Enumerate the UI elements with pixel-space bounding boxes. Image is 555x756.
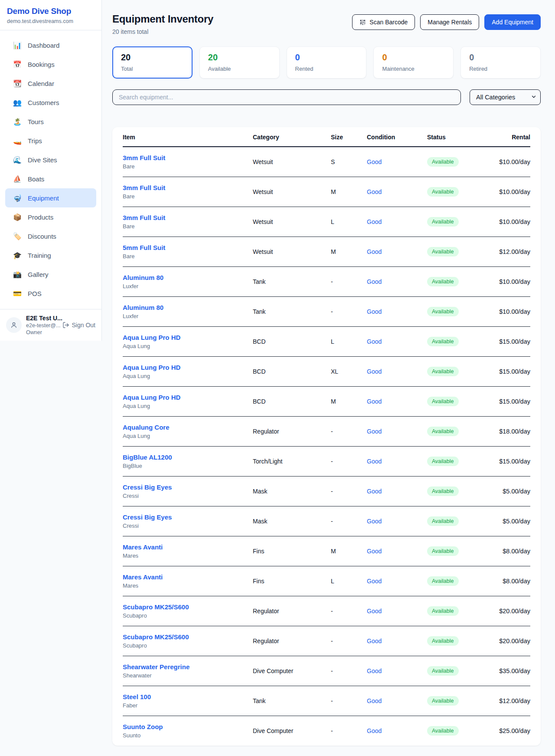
item-condition-link[interactable]: Good [367,158,382,165]
item-name-link[interactable]: Aluminum 80 [123,304,253,311]
stat-card-rented[interactable]: 0 Rented [287,46,367,79]
item-condition-link[interactable]: Good [367,667,382,674]
item-category: Wetsuit [253,188,331,195]
search-input[interactable] [112,89,461,105]
category-select[interactable]: All Categories [470,89,541,105]
item-rental-price: $12.00/day [492,248,530,255]
item-condition-link[interactable]: Good [367,248,382,255]
item-name-link[interactable]: 3mm Full Suit [123,184,253,191]
stat-label: Available [208,66,271,72]
item-condition-link[interactable]: Good [367,638,382,644]
table-row: BigBlue AL1200 BigBlue Torch/Light - Goo… [123,447,530,477]
status-badge: Available [427,277,459,286]
stat-card-total[interactable]: 20 Total [112,46,193,79]
add-equipment-button[interactable]: Add Equipment [484,14,541,30]
sidebar-item-trips[interactable]: 🚤 Trips [5,131,96,150]
item-condition-link[interactable]: Good [367,608,382,615]
col-header-size: Size [331,134,367,141]
item-name-link[interactable]: Aqua Lung Pro HD [123,394,253,401]
table-row: 3mm Full Suit Bare Wetsuit S Good Availa… [123,147,530,177]
logout-icon [62,322,69,329]
status-badge: Available [427,636,459,646]
item-name-link[interactable]: Aqualung Core [123,424,253,431]
sidebar-item-bookings[interactable]: 📅 Bookings [5,55,96,74]
item-condition-link[interactable]: Good [367,338,382,345]
sidebar-item-dashboard[interactable]: 📊 Dashboard [5,36,96,55]
sidebar-item-calendar[interactable]: 📆 Calendar [5,74,96,93]
item-condition-link[interactable]: Good [367,697,382,704]
dive-sites-wave-icon: 🌊 [13,156,22,164]
status-badge: Available [427,666,459,676]
item-condition-link[interactable]: Good [367,548,382,555]
sidebar-user-section: E2E Test U... e2e-tester@... Owner Sign … [0,309,101,341]
status-badge: Available [427,157,459,167]
sidebar: Demo Dive Shop demo.test.divestreams.com… [0,0,102,341]
sidebar-item-customers[interactable]: 👥 Customers [5,93,96,112]
item-condition-link[interactable]: Good [367,368,382,375]
sidebar-item-dive-sites[interactable]: 🌊 Dive Sites [5,150,96,169]
item-name-link[interactable]: Scubapro MK25/S600 [123,633,253,641]
item-name-link[interactable]: 3mm Full Suit [123,154,253,161]
shop-name: Demo Dive Shop [7,7,95,16]
col-header-condition: Condition [367,134,427,141]
sidebar-item-tours[interactable]: 🏝️ Tours [5,112,96,131]
sidebar-item-equipment[interactable]: 🤿 Equipment [5,188,96,207]
item-name-link[interactable]: BigBlue AL1200 [123,454,253,461]
table-row: 5mm Full Suit Bare Wetsuit M Good Availa… [123,237,530,267]
sidebar-item-boats[interactable]: ⛵ Boats [5,169,96,188]
item-condition-link[interactable]: Good [367,488,382,495]
item-brand: Bare [123,223,253,230]
item-name-link[interactable]: Cressi Big Eyes [123,513,253,521]
sidebar-item-pos[interactable]: 💳 POS [5,284,96,303]
item-size: - [331,608,367,615]
item-name-link[interactable]: Mares Avanti [123,543,253,551]
item-name-link[interactable]: Cressi Big Eyes [123,483,253,491]
add-equipment-label: Add Equipment [492,19,533,26]
item-category: Wetsuit [253,158,331,165]
stat-card-maintenance[interactable]: 0 Maintenance [373,46,454,79]
sidebar-item-label: Training [28,252,51,259]
item-category: BCD [253,338,331,345]
item-name-link[interactable]: 5mm Full Suit [123,244,253,251]
item-name-link[interactable]: Aqua Lung Pro HD [123,364,253,371]
item-category: Fins [253,578,331,585]
stat-card-retired[interactable]: 0 Retired [460,46,541,79]
item-name-link[interactable]: Aqua Lung Pro HD [123,334,253,341]
item-condition-link[interactable]: Good [367,458,382,465]
table-header-row: Item Category Size Condition Status Rent… [123,127,530,147]
item-condition-link[interactable]: Good [367,578,382,585]
item-size: M [331,248,367,255]
item-rental-price: $12.00/day [492,697,530,704]
item-name-link[interactable]: 3mm Full Suit [123,214,253,221]
item-brand: Luxfer [123,313,253,319]
sidebar-item-discounts[interactable]: 🏷️ Discounts [5,227,96,246]
stat-value: 0 [382,53,445,62]
item-condition-link[interactable]: Good [367,398,382,405]
manage-rentals-button[interactable]: Manage Rentals [420,14,479,30]
item-condition-link[interactable]: Good [367,188,382,195]
item-name-link[interactable]: Steel 100 [123,693,253,700]
item-condition-link[interactable]: Good [367,428,382,435]
stat-card-available[interactable]: 20 Available [199,46,280,79]
sidebar-item-training[interactable]: 🎓 Training [5,246,96,265]
item-name-link[interactable]: Aluminum 80 [123,274,253,281]
item-name-link[interactable]: Scubapro MK25/S600 [123,603,253,611]
sign-out-button[interactable]: Sign Out [62,322,95,329]
item-rental-price: $10.00/day [492,278,530,285]
avatar [6,317,22,333]
scan-barcode-button[interactable]: Scan Barcode [352,14,415,30]
trips-speedboat-icon: 🚤 [13,137,22,145]
item-name-link[interactable]: Suunto Zoop [123,723,253,730]
item-name-link[interactable]: Mares Avanti [123,573,253,581]
item-condition-link[interactable]: Good [367,308,382,315]
item-condition-link[interactable]: Good [367,518,382,525]
sidebar-item-label: POS [28,290,42,297]
item-category: Wetsuit [253,248,331,255]
sidebar-item-gallery[interactable]: 📸 Gallery [5,265,96,284]
item-condition-link[interactable]: Good [367,278,382,285]
barcode-scan-icon [359,19,366,26]
sidebar-item-products[interactable]: 📦 Products [5,207,96,227]
item-condition-link[interactable]: Good [367,727,382,734]
item-name-link[interactable]: Shearwater Peregrine [123,663,253,671]
item-condition-link[interactable]: Good [367,218,382,225]
